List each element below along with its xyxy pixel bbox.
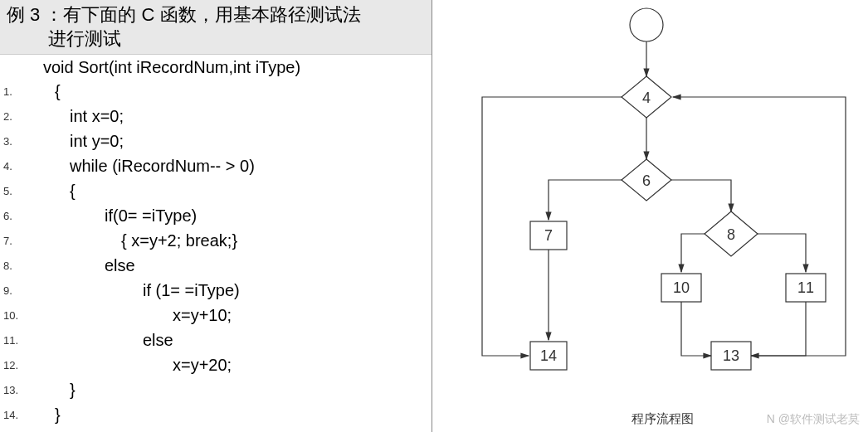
line-number: 1.	[0, 85, 23, 98]
code-text: { x=y+2; break;}	[23, 231, 237, 250]
line-number: 12.	[0, 359, 23, 371]
node-7-label: 7	[544, 227, 553, 244]
code-line-2: 2. int x=0;	[0, 104, 432, 129]
code-text: x=y+10;	[23, 306, 232, 325]
line-number: 8.	[0, 260, 23, 272]
line-number: 10.	[0, 309, 23, 322]
flowchart-svg: 4 6 7 14 8 10 11	[432, 0, 868, 432]
code-line-6: 6. if(0= =iType)	[0, 203, 432, 228]
line-number: 11.	[0, 334, 23, 347]
code-line-13: 13. }	[0, 377, 432, 402]
line-number: 5.	[0, 185, 23, 197]
title-line-1: 例 3 ：有下面的 C 函数，用基本路径测试法	[7, 3, 425, 27]
flowchart-panel: 4 6 7 14 8 10 11	[432, 0, 868, 432]
code-line-11: 11. else	[0, 328, 432, 352]
code-text: if (1= =iType)	[23, 281, 240, 300]
code-listing: void Sort(int iRecordNum,int iType) 1. {…	[0, 55, 432, 427]
line-number: 2.	[0, 110, 23, 123]
line-number: 4.	[0, 160, 23, 172]
line-number: 9.	[0, 284, 23, 297]
node-8-label: 8	[727, 226, 735, 243]
line-number: 14.	[0, 409, 23, 421]
code-text: {	[23, 82, 61, 101]
code-line-14: 14. }	[0, 402, 432, 427]
code-text: else	[23, 256, 135, 275]
code-line-5: 5. {	[0, 178, 432, 203]
node-11-label: 11	[797, 279, 814, 296]
code-text: }	[23, 405, 61, 425]
code-text: int y=0;	[23, 132, 124, 151]
node-6-label: 6	[642, 172, 651, 189]
watermark-text: N @软件测试老莫	[767, 412, 860, 427]
flowchart-caption: 程序流程图	[631, 411, 694, 427]
code-text: x=y+20;	[23, 356, 232, 375]
function-signature: void Sort(int iRecordNum,int iType)	[0, 56, 432, 79]
code-text: else	[23, 331, 173, 350]
line-number: 3.	[0, 135, 23, 148]
example-title: 例 3 ：有下面的 C 函数，用基本路径测试法 进行测试	[0, 0, 432, 55]
code-text: }	[23, 381, 76, 400]
code-line-12: 12. x=y+20;	[0, 352, 432, 377]
code-text: while (iRecordNum-- > 0)	[23, 157, 255, 176]
node-14-label: 14	[540, 347, 557, 364]
code-line-9: 9. if (1= =iType)	[0, 278, 432, 303]
code-line-7: 7. { x=y+2; break;}	[0, 228, 432, 253]
code-line-10: 10. x=y+10;	[0, 303, 432, 328]
code-line-3: 3. int y=0;	[0, 129, 432, 153]
code-text: {	[23, 182, 76, 201]
code-text: if(0= =iType)	[23, 206, 197, 226]
code-line-1: 1. {	[0, 79, 432, 104]
svg-point-0	[630, 8, 663, 41]
node-10-label: 10	[673, 279, 690, 296]
title-line-2: 进行测试	[7, 27, 425, 51]
code-text: int x=0;	[23, 107, 124, 126]
code-panel: 例 3 ：有下面的 C 函数，用基本路径测试法 进行测试 void Sort(i…	[0, 0, 432, 432]
node-13-label: 13	[723, 347, 739, 364]
code-line-8: 8. else	[0, 253, 432, 278]
node-4-label: 4	[642, 90, 651, 106]
code-line-4: 4. while (iRecordNum-- > 0)	[0, 153, 432, 178]
line-number: 13.	[0, 384, 23, 396]
line-number: 7.	[0, 235, 23, 247]
line-number: 6.	[0, 210, 23, 222]
